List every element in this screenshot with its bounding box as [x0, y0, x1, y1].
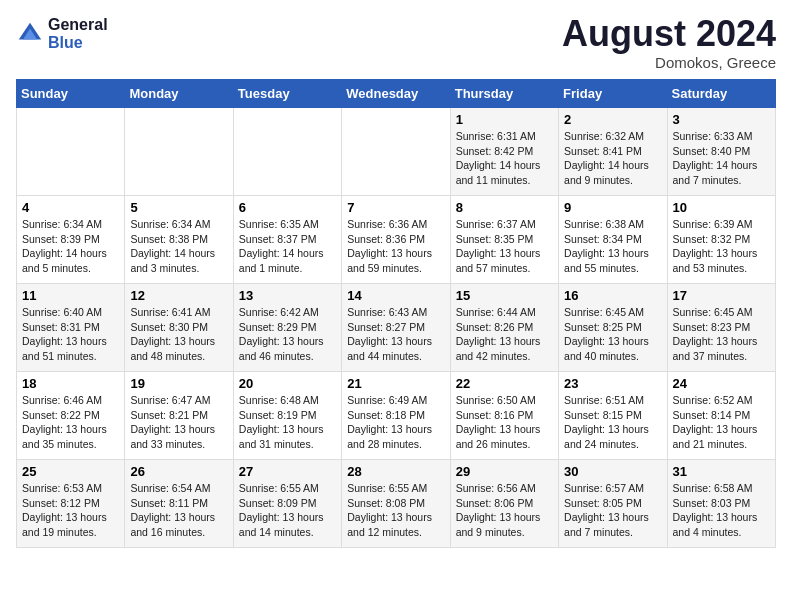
day-number: 31	[673, 464, 770, 479]
calendar-cell: 12Sunrise: 6:41 AMSunset: 8:30 PMDayligh…	[125, 284, 233, 372]
day-number: 12	[130, 288, 227, 303]
day-info: Sunrise: 6:49 AMSunset: 8:18 PMDaylight:…	[347, 393, 444, 452]
day-number: 16	[564, 288, 661, 303]
day-number: 14	[347, 288, 444, 303]
day-number: 13	[239, 288, 336, 303]
calendar-body: 1Sunrise: 6:31 AMSunset: 8:42 PMDaylight…	[17, 108, 776, 548]
day-number: 17	[673, 288, 770, 303]
calendar-week-2: 4Sunrise: 6:34 AMSunset: 8:39 PMDaylight…	[17, 196, 776, 284]
day-number: 25	[22, 464, 119, 479]
calendar-cell: 20Sunrise: 6:48 AMSunset: 8:19 PMDayligh…	[233, 372, 341, 460]
day-info: Sunrise: 6:31 AMSunset: 8:42 PMDaylight:…	[456, 129, 553, 188]
day-info: Sunrise: 6:54 AMSunset: 8:11 PMDaylight:…	[130, 481, 227, 540]
day-number: 5	[130, 200, 227, 215]
calendar-cell: 26Sunrise: 6:54 AMSunset: 8:11 PMDayligh…	[125, 460, 233, 548]
day-info: Sunrise: 6:47 AMSunset: 8:21 PMDaylight:…	[130, 393, 227, 452]
calendar-cell: 13Sunrise: 6:42 AMSunset: 8:29 PMDayligh…	[233, 284, 341, 372]
calendar-cell: 17Sunrise: 6:45 AMSunset: 8:23 PMDayligh…	[667, 284, 775, 372]
calendar-cell: 27Sunrise: 6:55 AMSunset: 8:09 PMDayligh…	[233, 460, 341, 548]
day-info: Sunrise: 6:56 AMSunset: 8:06 PMDaylight:…	[456, 481, 553, 540]
day-number: 6	[239, 200, 336, 215]
day-number: 22	[456, 376, 553, 391]
weekday-header-sunday: Sunday	[17, 80, 125, 108]
day-info: Sunrise: 6:45 AMSunset: 8:23 PMDaylight:…	[673, 305, 770, 364]
day-number: 21	[347, 376, 444, 391]
day-number: 9	[564, 200, 661, 215]
day-info: Sunrise: 6:57 AMSunset: 8:05 PMDaylight:…	[564, 481, 661, 540]
calendar-cell: 3Sunrise: 6:33 AMSunset: 8:40 PMDaylight…	[667, 108, 775, 196]
day-info: Sunrise: 6:35 AMSunset: 8:37 PMDaylight:…	[239, 217, 336, 276]
calendar-cell: 2Sunrise: 6:32 AMSunset: 8:41 PMDaylight…	[559, 108, 667, 196]
day-number: 30	[564, 464, 661, 479]
calendar-cell: 21Sunrise: 6:49 AMSunset: 8:18 PMDayligh…	[342, 372, 450, 460]
calendar-cell	[233, 108, 341, 196]
day-number: 24	[673, 376, 770, 391]
weekday-header-thursday: Thursday	[450, 80, 558, 108]
calendar-week-5: 25Sunrise: 6:53 AMSunset: 8:12 PMDayligh…	[17, 460, 776, 548]
logo: General Blue	[16, 16, 108, 52]
day-number: 3	[673, 112, 770, 127]
day-number: 23	[564, 376, 661, 391]
page-header: General Blue August 2024 Domokos, Greece	[16, 16, 776, 71]
day-info: Sunrise: 6:39 AMSunset: 8:32 PMDaylight:…	[673, 217, 770, 276]
calendar-cell: 4Sunrise: 6:34 AMSunset: 8:39 PMDaylight…	[17, 196, 125, 284]
weekday-header-monday: Monday	[125, 80, 233, 108]
day-number: 20	[239, 376, 336, 391]
day-number: 26	[130, 464, 227, 479]
day-info: Sunrise: 6:58 AMSunset: 8:03 PMDaylight:…	[673, 481, 770, 540]
day-info: Sunrise: 6:34 AMSunset: 8:39 PMDaylight:…	[22, 217, 119, 276]
day-number: 4	[22, 200, 119, 215]
weekday-header-friday: Friday	[559, 80, 667, 108]
day-info: Sunrise: 6:55 AMSunset: 8:08 PMDaylight:…	[347, 481, 444, 540]
day-number: 27	[239, 464, 336, 479]
weekday-header-row: SundayMondayTuesdayWednesdayThursdayFrid…	[17, 80, 776, 108]
calendar-cell	[17, 108, 125, 196]
day-info: Sunrise: 6:32 AMSunset: 8:41 PMDaylight:…	[564, 129, 661, 188]
day-info: Sunrise: 6:50 AMSunset: 8:16 PMDaylight:…	[456, 393, 553, 452]
title-block: August 2024 Domokos, Greece	[562, 16, 776, 71]
weekday-header-saturday: Saturday	[667, 80, 775, 108]
day-info: Sunrise: 6:55 AMSunset: 8:09 PMDaylight:…	[239, 481, 336, 540]
day-info: Sunrise: 6:46 AMSunset: 8:22 PMDaylight:…	[22, 393, 119, 452]
calendar-cell: 8Sunrise: 6:37 AMSunset: 8:35 PMDaylight…	[450, 196, 558, 284]
calendar-cell: 18Sunrise: 6:46 AMSunset: 8:22 PMDayligh…	[17, 372, 125, 460]
calendar-cell	[342, 108, 450, 196]
calendar-cell: 1Sunrise: 6:31 AMSunset: 8:42 PMDaylight…	[450, 108, 558, 196]
calendar-cell: 29Sunrise: 6:56 AMSunset: 8:06 PMDayligh…	[450, 460, 558, 548]
weekday-header-wednesday: Wednesday	[342, 80, 450, 108]
day-info: Sunrise: 6:38 AMSunset: 8:34 PMDaylight:…	[564, 217, 661, 276]
day-number: 2	[564, 112, 661, 127]
calendar-cell: 5Sunrise: 6:34 AMSunset: 8:38 PMDaylight…	[125, 196, 233, 284]
calendar-cell: 11Sunrise: 6:40 AMSunset: 8:31 PMDayligh…	[17, 284, 125, 372]
day-number: 15	[456, 288, 553, 303]
day-info: Sunrise: 6:48 AMSunset: 8:19 PMDaylight:…	[239, 393, 336, 452]
day-info: Sunrise: 6:52 AMSunset: 8:14 PMDaylight:…	[673, 393, 770, 452]
calendar-week-1: 1Sunrise: 6:31 AMSunset: 8:42 PMDaylight…	[17, 108, 776, 196]
logo-icon	[16, 20, 44, 48]
calendar-cell: 7Sunrise: 6:36 AMSunset: 8:36 PMDaylight…	[342, 196, 450, 284]
day-number: 10	[673, 200, 770, 215]
calendar-cell: 14Sunrise: 6:43 AMSunset: 8:27 PMDayligh…	[342, 284, 450, 372]
day-info: Sunrise: 6:44 AMSunset: 8:26 PMDaylight:…	[456, 305, 553, 364]
weekday-header-tuesday: Tuesday	[233, 80, 341, 108]
day-info: Sunrise: 6:34 AMSunset: 8:38 PMDaylight:…	[130, 217, 227, 276]
day-info: Sunrise: 6:40 AMSunset: 8:31 PMDaylight:…	[22, 305, 119, 364]
day-info: Sunrise: 6:43 AMSunset: 8:27 PMDaylight:…	[347, 305, 444, 364]
day-info: Sunrise: 6:36 AMSunset: 8:36 PMDaylight:…	[347, 217, 444, 276]
month-year-title: August 2024	[562, 16, 776, 52]
day-info: Sunrise: 6:37 AMSunset: 8:35 PMDaylight:…	[456, 217, 553, 276]
day-number: 29	[456, 464, 553, 479]
calendar-cell: 15Sunrise: 6:44 AMSunset: 8:26 PMDayligh…	[450, 284, 558, 372]
calendar-cell: 10Sunrise: 6:39 AMSunset: 8:32 PMDayligh…	[667, 196, 775, 284]
location-subtitle: Domokos, Greece	[562, 54, 776, 71]
calendar-cell: 24Sunrise: 6:52 AMSunset: 8:14 PMDayligh…	[667, 372, 775, 460]
calendar-table: SundayMondayTuesdayWednesdayThursdayFrid…	[16, 79, 776, 548]
day-info: Sunrise: 6:33 AMSunset: 8:40 PMDaylight:…	[673, 129, 770, 188]
calendar-cell	[125, 108, 233, 196]
calendar-cell: 9Sunrise: 6:38 AMSunset: 8:34 PMDaylight…	[559, 196, 667, 284]
day-info: Sunrise: 6:41 AMSunset: 8:30 PMDaylight:…	[130, 305, 227, 364]
day-number: 19	[130, 376, 227, 391]
day-info: Sunrise: 6:51 AMSunset: 8:15 PMDaylight:…	[564, 393, 661, 452]
day-number: 8	[456, 200, 553, 215]
day-number: 7	[347, 200, 444, 215]
